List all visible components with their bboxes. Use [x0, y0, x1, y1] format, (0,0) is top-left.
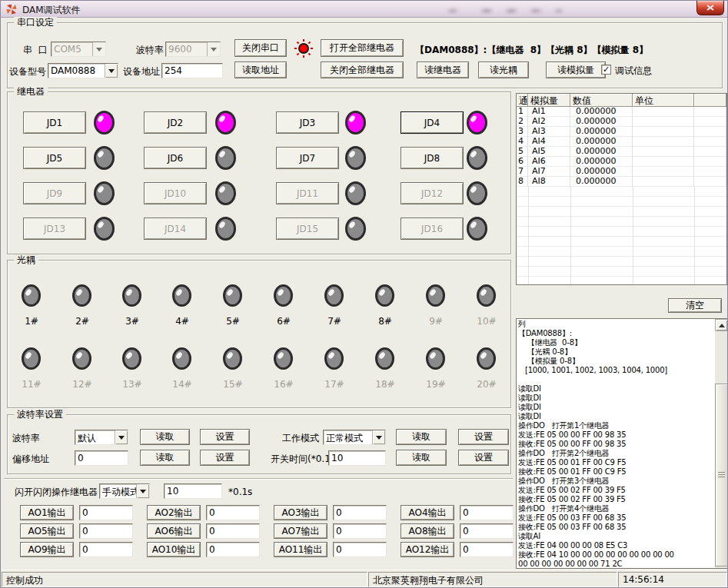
relay-button-jd6[interactable]: JD6 — [144, 147, 207, 169]
relay-button-jd5[interactable]: JD5 — [23, 147, 86, 169]
ao2-output-input[interactable] — [206, 505, 260, 520]
scroll-thumb[interactable] — [715, 384, 728, 566]
set-baud-button[interactable]: 设置 — [200, 429, 250, 445]
set-work-mode-button[interactable]: 设置 — [458, 429, 509, 445]
read-relays-button[interactable]: 读继电器 — [417, 61, 469, 78]
read-opto-button[interactable]: 读光耦 — [478, 61, 529, 78]
set-offset-button[interactable]: 设置 — [200, 450, 250, 466]
cell-analog: AI8 — [528, 177, 570, 187]
cell-filler — [694, 157, 726, 167]
offset-address-input[interactable] — [75, 450, 128, 466]
read-analog-button[interactable]: 读模拟量 — [546, 61, 606, 78]
opto-led-7 — [324, 284, 344, 307]
ao11-output-button[interactable]: AO11输出 — [274, 542, 327, 557]
table-row[interactable]: 5 AI5 0.000000 — [517, 147, 726, 157]
relay-button-jd1[interactable]: JD1 — [23, 111, 86, 134]
cell-channel: 7 — [517, 167, 528, 177]
log-line: 读取DI — [518, 412, 726, 421]
table-row[interactable]: 3 AI3 0.000000 — [517, 127, 726, 137]
baud-label: 波特率 — [136, 45, 164, 56]
col-header-channel[interactable]: 通 — [517, 94, 528, 107]
table-row[interactable]: 2 AI2 0.000000 — [517, 117, 726, 127]
status-message: 控制成功 — [2, 572, 367, 587]
relay-button-jd4[interactable]: JD4 — [401, 111, 464, 134]
read-baud-button[interactable]: 读取 — [140, 429, 190, 445]
relay-button-jd3[interactable]: JD3 — [276, 111, 339, 134]
ao9-output-input[interactable] — [79, 542, 133, 557]
table-row[interactable]: 6 AI6 0.000000 — [517, 157, 726, 167]
ao12-output-button[interactable]: AO12输出 — [401, 542, 454, 557]
ao1-output-button[interactable]: AO1输出 — [20, 505, 74, 520]
col-header-unit[interactable]: 单位 — [633, 94, 694, 107]
close-all-relays-button[interactable]: 关闭全部继电器 — [321, 61, 404, 78]
ao6-output-input[interactable] — [206, 523, 260, 539]
open-all-relays-button[interactable]: 打开全部继电器 — [321, 39, 404, 57]
relay-led-13 — [94, 217, 115, 241]
device-model-select[interactable]: DAM0888 — [48, 63, 118, 78]
baud-rate-select[interactable]: 默认 — [75, 430, 128, 445]
cell-value: 0.000000 — [570, 137, 633, 147]
set-switch-time-button[interactable]: 设置 — [458, 450, 509, 466]
col-header-value[interactable]: 数值 — [570, 94, 633, 107]
analog-table-header: 通 模拟量 数值 单位 — [517, 94, 726, 107]
flash-mode-select[interactable]: 手动模式 — [99, 483, 150, 499]
group-relays-title: 继电器 — [14, 86, 48, 98]
log-line: 读取DI — [518, 384, 726, 394]
cell-channel: 1 — [517, 107, 528, 117]
baud-value: 9600 — [166, 42, 207, 56]
close-port-button[interactable]: 关闭串口 — [234, 39, 287, 57]
cell-unit — [633, 167, 694, 177]
relay-button-jd7[interactable]: JD7 — [276, 147, 339, 169]
read-switch-time-button[interactable]: 读取 — [396, 450, 447, 466]
relay-button-jd2[interactable]: JD2 — [144, 111, 207, 134]
relay-led-16 — [467, 217, 487, 241]
col-header-analog[interactable]: 模拟量 — [528, 94, 570, 107]
ao8-output-input[interactable] — [460, 523, 514, 539]
device-address-input[interactable] — [161, 63, 223, 78]
ao9-output-button[interactable]: AO9输出 — [20, 542, 74, 557]
log-output[interactable]: 列 【DAM0888】: 【继电器 0-8】 【光耦 0-8】 【模拟量 0-8… — [516, 318, 728, 569]
table-row[interactable]: 8 AI8 0.000000 — [517, 177, 726, 187]
group-relays: 继电器 JD1 JD2 JD3 JD4 JD5 JD6 JD7 JD8 JD9 … — [7, 91, 511, 254]
device-model-label: 设备型号 — [9, 66, 46, 78]
ao1-output-input[interactable] — [79, 505, 133, 520]
ao3-output-button[interactable]: AO3输出 — [274, 505, 327, 520]
ao10-output-input[interactable] — [206, 542, 260, 557]
ao8-output-button[interactable]: AO8输出 — [401, 523, 454, 539]
clear-log-button[interactable]: 清空 — [668, 298, 722, 313]
ao7-output-input[interactable] — [333, 523, 387, 539]
log-line: 发送:FE 05 00 01 FF 00 C9 F5 — [518, 458, 726, 467]
cell-value: 0.000000 — [570, 167, 633, 177]
table-row[interactable]: 1 AI1 0.000000 — [517, 107, 726, 117]
work-mode-select[interactable]: 正常模式 — [323, 430, 386, 445]
ao11-output-input[interactable] — [333, 542, 387, 557]
close-button[interactable] — [696, 1, 724, 15]
ao5-output-input[interactable] — [79, 523, 133, 539]
log-scrollbar[interactable] — [715, 319, 728, 568]
ao10-output-button[interactable]: AO10输出 — [147, 542, 201, 557]
scroll-up-button[interactable] — [715, 319, 728, 331]
ao12-output-input[interactable] — [460, 542, 514, 557]
analog-table: 通 模拟量 数值 单位 1 AI1 0.000000 2 AI2 0.00000… — [516, 93, 727, 285]
table-row[interactable]: 7 AI7 0.000000 — [517, 167, 726, 177]
ao3-output-input[interactable] — [333, 505, 387, 520]
table-row[interactable]: 4 AI4 0.000000 — [517, 137, 726, 147]
flash-time-input[interactable] — [164, 483, 222, 499]
read-offset-button[interactable]: 读取 — [140, 450, 190, 466]
opto-label-11: 11# — [20, 379, 43, 390]
ao4-output-button[interactable]: AO4输出 — [401, 505, 454, 520]
ao4-output-input[interactable] — [460, 505, 514, 520]
switch-time-input[interactable] — [328, 450, 386, 466]
debug-info-checkbox[interactable]: ✓ — [601, 65, 611, 75]
ao5-output-button[interactable]: AO5输出 — [20, 523, 74, 539]
ao7-output-button[interactable]: AO7输出 — [274, 523, 327, 539]
log-line: 操作DO 打开第3个继电器 — [518, 477, 726, 486]
cell-value: 0.000000 — [570, 117, 633, 127]
relay-button-jd8[interactable]: JD8 — [401, 147, 464, 169]
cell-filler — [694, 127, 726, 137]
read-work-mode-button[interactable]: 读取 — [396, 429, 447, 445]
ao2-output-button[interactable]: AO2输出 — [147, 505, 201, 520]
log-line: 【光耦 0-8】 — [518, 347, 726, 357]
ao6-output-button[interactable]: AO6输出 — [147, 523, 201, 539]
read-address-button[interactable]: 读取地址 — [234, 61, 287, 78]
